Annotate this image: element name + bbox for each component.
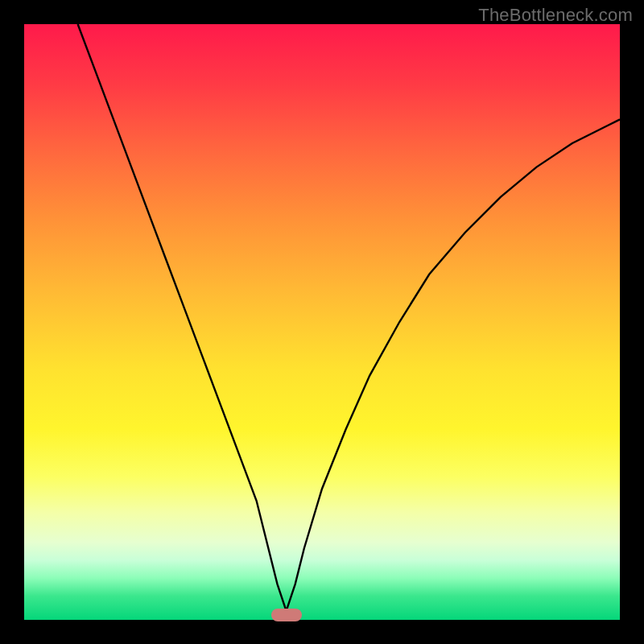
optimum-marker [271, 609, 302, 621]
watermark-text: TheBottleneck.com [478, 5, 633, 26]
bottleneck-curve [24, 24, 620, 620]
